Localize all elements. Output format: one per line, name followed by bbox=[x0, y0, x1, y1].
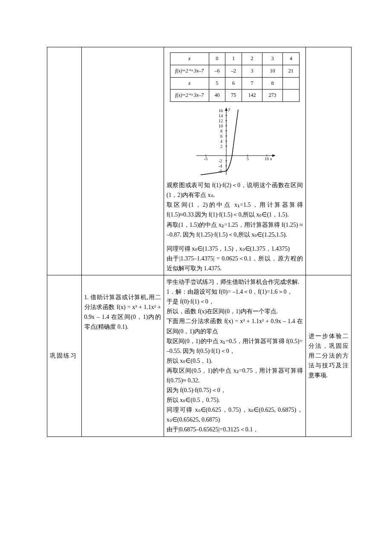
cell-r1c3: x 0 1 2 3 4 f(x)=2ˣ+3x–7 –6 –2 3 10 21 x bbox=[164, 47, 306, 275]
paragraph: 同理可得 x₀∈(1.375，1.5)，x₀∈(1.375，1.4375) bbox=[167, 244, 303, 254]
paragraph: 所以，函数 f(x)在区间(0，1)内有一个零点. bbox=[167, 306, 303, 316]
paragraph: 由于|0.6875–0.65625|=0.3125＜0.1， bbox=[167, 425, 303, 434]
cell: 40 bbox=[209, 90, 225, 102]
xtick: -5 bbox=[204, 156, 208, 161]
paragraph: 再取(1，1.5)的中点 x₂=1.25，用计算器算得 f(1.25) ≈ –0… bbox=[167, 220, 303, 240]
paragraph: 所以 x₀∈(0.5，1). bbox=[167, 356, 303, 366]
col-header-x: x bbox=[188, 80, 190, 86]
table-row: 巩固练习 1. 借助计算器或计算机,用二分法求函数 f(x) = x³ + 1.… bbox=[47, 275, 352, 437]
cell: 1 bbox=[225, 53, 242, 65]
ytick: 8 bbox=[220, 129, 222, 133]
section-label: 巩固练习 bbox=[47, 275, 82, 437]
cell: 8 bbox=[262, 77, 282, 90]
table-row: x 0 1 2 3 4 bbox=[170, 53, 299, 65]
cell: 7 bbox=[242, 77, 262, 90]
cell: 2 bbox=[242, 53, 262, 65]
cell: 3 bbox=[262, 53, 282, 65]
paragraph: 下面用二分法求函数 f(x) = x³ + 1.1x² + 0.9x – 1.4… bbox=[167, 316, 303, 336]
cell bbox=[282, 77, 299, 90]
cell: 4 bbox=[282, 53, 299, 65]
cell: 21 bbox=[282, 65, 299, 77]
table-row: f(x)=2ˣ+3x–7 –6 –2 3 10 21 bbox=[170, 65, 299, 77]
col-header-x: x bbox=[188, 55, 190, 61]
cell: 10 bbox=[262, 65, 282, 77]
xtick: 10 bbox=[265, 156, 269, 161]
exercise-text: 1. 借助计算器或计算机,用二分法求函数 f(x) = x³ + 1.1x² +… bbox=[81, 275, 164, 437]
xtick: 5 bbox=[247, 156, 249, 161]
paragraph: 1．解：由题设可知 f(0)= –1.4＜0，f(1)=1.6＞0， bbox=[167, 287, 303, 297]
table-row: x 0 1 2 3 4 f(x)=2ˣ+3x–7 –6 –2 3 10 21 x bbox=[47, 47, 352, 275]
document-page: x 0 1 2 3 4 f(x)=2ˣ+3x–7 –6 –2 3 10 21 x bbox=[0, 0, 392, 555]
cell-r1c4 bbox=[306, 47, 351, 275]
paragraph: 观察图或表可知 f(1)·f(2)＜0，说明这个函数在区间(1，2)内有零点 x… bbox=[167, 180, 303, 200]
paragraph: 于是 f(0)·f(1)＜0， bbox=[167, 297, 303, 306]
cell: 75 bbox=[225, 90, 242, 102]
cell: 5 bbox=[209, 77, 225, 90]
ytick: -2 bbox=[219, 159, 222, 163]
paragraph: 同理可得 x₀∈(0.625，0.75)，x₀∈(0.625, 0.6875)，… bbox=[167, 405, 303, 425]
table-row: f(x)=2ˣ+3x–7 40 75 142 273 bbox=[170, 90, 299, 102]
ytick: 2 bbox=[220, 144, 222, 149]
ytick: 10 bbox=[219, 124, 223, 128]
ytick: 12 bbox=[219, 119, 223, 123]
paragraph: 取区间(0，1)的中点 x₁=0.5，用计算器可算得 f(0.5)= –0.55… bbox=[167, 336, 303, 356]
ytick: -4 bbox=[219, 164, 222, 168]
row-header-fx: f(x)=2ˣ+3x–7 bbox=[175, 92, 204, 98]
ylabel: y bbox=[228, 107, 231, 111]
function-graph: 16 14 12 10 8 6 4 2 -2 -4 -6 -5 5 10 bbox=[192, 104, 277, 177]
ytick: 14 bbox=[219, 113, 223, 118]
ytick: 16 bbox=[219, 108, 223, 113]
cell bbox=[282, 90, 299, 102]
cell: 3 bbox=[242, 65, 262, 77]
cell: –2 bbox=[225, 65, 242, 77]
cell: 142 bbox=[242, 90, 262, 102]
cell-r1c2 bbox=[81, 47, 164, 275]
paragraph: 所以 x₀∈(0.5，0.75). bbox=[167, 395, 303, 405]
ytick: 4 bbox=[220, 139, 222, 144]
lesson-table: x 0 1 2 3 4 f(x)=2ˣ+3x–7 –6 –2 3 10 21 x bbox=[47, 47, 352, 437]
notes-cell: 进一步体验二分法，巩固应用二分法的方法与技巧及注意事项. bbox=[306, 275, 351, 437]
solution-cell: 学生动手尝试练习，师生借助计算机合作完成求解. 1．解：由题设可知 f(0)= … bbox=[164, 275, 306, 437]
paragraph: 再取区间(0.5，1)的中点 x₂=0.75，用计算器可算得 f(0.75)≈ … bbox=[167, 366, 303, 385]
cell: 0 bbox=[209, 53, 225, 65]
svg-marker-1 bbox=[272, 154, 275, 157]
ytick: -6 bbox=[219, 169, 222, 173]
ytick: 6 bbox=[220, 134, 222, 139]
paragraph: 由于|1.375–1.4375| = 0.0625＜0.1，所以，原方程的近似解… bbox=[167, 254, 303, 273]
cell: 273 bbox=[262, 90, 282, 102]
paragraph: 取区间(1，2)的中点 x₁=1.5，用计算器算得 f(1.5)≈0.33.因为… bbox=[167, 200, 303, 220]
paragraph: 学生动手尝试练习，师生借助计算机合作完成求解. bbox=[167, 277, 303, 287]
xlabel: x bbox=[270, 156, 272, 161]
cell: 6 bbox=[225, 77, 242, 90]
table-row: x 5 6 7 8 bbox=[170, 77, 299, 90]
row-header-fx: f(x)=2ˣ+3x–7 bbox=[175, 68, 204, 74]
paragraph: 因为 f(0.5)·f(0.75)＜0， bbox=[167, 385, 303, 395]
cell-r1c1 bbox=[47, 47, 82, 275]
function-value-table: x 0 1 2 3 4 f(x)=2ˣ+3x–7 –6 –2 3 10 21 x bbox=[170, 52, 300, 102]
cell: –6 bbox=[209, 65, 225, 77]
